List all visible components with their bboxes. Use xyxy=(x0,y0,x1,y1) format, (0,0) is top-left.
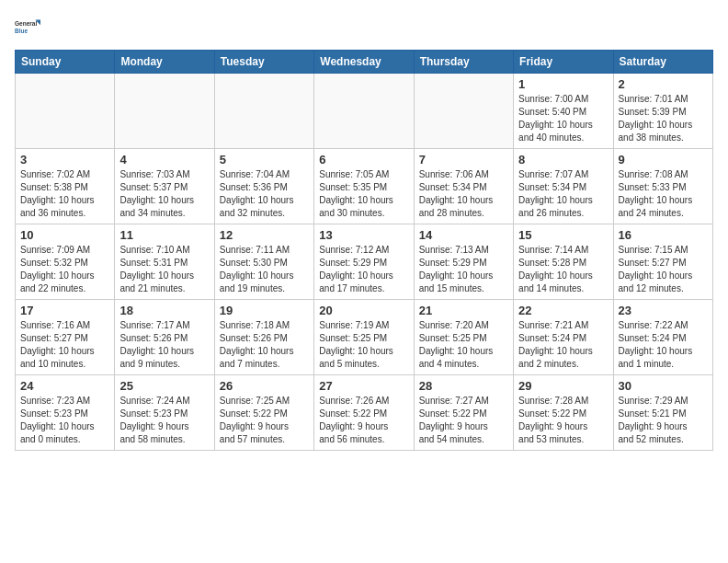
day-number: 25 xyxy=(119,379,209,393)
calendar-cell: 17Sunrise: 7:16 AM Sunset: 5:27 PM Dayli… xyxy=(16,300,115,375)
calendar-cell: 9Sunrise: 7:08 AM Sunset: 5:33 PM Daylig… xyxy=(613,149,712,224)
calendar-cell: 30Sunrise: 7:29 AM Sunset: 5:21 PM Dayli… xyxy=(613,375,712,451)
day-info: Sunrise: 7:06 AM Sunset: 5:34 PM Dayligh… xyxy=(419,168,508,220)
day-number: 22 xyxy=(518,304,608,317)
calendar-cell: 2Sunrise: 7:01 AM Sunset: 5:39 PM Daylig… xyxy=(613,74,712,149)
day-number: 28 xyxy=(419,379,508,393)
day-info: Sunrise: 7:09 AM Sunset: 5:32 PM Dayligh… xyxy=(20,244,109,295)
calendar-cell: 24Sunrise: 7:23 AM Sunset: 5:23 PM Dayli… xyxy=(16,375,115,451)
day-number: 30 xyxy=(619,379,708,393)
calendar-cell: 23Sunrise: 7:22 AM Sunset: 5:24 PM Dayli… xyxy=(613,300,712,375)
calendar-cell: 21Sunrise: 7:20 AM Sunset: 5:25 PM Dayli… xyxy=(414,300,513,375)
day-info: Sunrise: 7:28 AM Sunset: 5:22 PM Dayligh… xyxy=(518,395,608,446)
calendar-cell: 26Sunrise: 7:25 AM Sunset: 5:22 PM Dayli… xyxy=(214,375,313,451)
calendar-cell: 10Sunrise: 7:09 AM Sunset: 5:32 PM Dayli… xyxy=(16,224,115,300)
logo: GeneralBlue xyxy=(15,15,44,40)
calendar-header-tuesday: Tuesday xyxy=(214,51,313,74)
day-info: Sunrise: 7:18 AM Sunset: 5:26 PM Dayligh… xyxy=(220,319,309,371)
day-number: 14 xyxy=(419,228,508,242)
day-number: 10 xyxy=(20,228,109,242)
day-info: Sunrise: 7:29 AM Sunset: 5:21 PM Dayligh… xyxy=(619,395,708,446)
day-number: 23 xyxy=(619,304,708,317)
calendar-cell xyxy=(414,74,513,149)
day-info: Sunrise: 7:14 AM Sunset: 5:28 PM Dayligh… xyxy=(518,244,608,295)
day-info: Sunrise: 7:13 AM Sunset: 5:29 PM Dayligh… xyxy=(419,244,508,295)
day-number: 19 xyxy=(220,304,309,317)
calendar-cell: 11Sunrise: 7:10 AM Sunset: 5:31 PM Dayli… xyxy=(115,224,214,300)
day-info: Sunrise: 7:12 AM Sunset: 5:29 PM Dayligh… xyxy=(319,244,408,295)
day-info: Sunrise: 7:08 AM Sunset: 5:33 PM Dayligh… xyxy=(619,168,708,220)
day-info: Sunrise: 7:23 AM Sunset: 5:23 PM Dayligh… xyxy=(20,395,109,446)
calendar-cell: 14Sunrise: 7:13 AM Sunset: 5:29 PM Dayli… xyxy=(414,224,513,300)
calendar-cell xyxy=(115,74,214,149)
calendar-header-saturday: Saturday xyxy=(613,51,712,74)
day-info: Sunrise: 7:05 AM Sunset: 5:35 PM Dayligh… xyxy=(319,168,408,220)
calendar-cell: 7Sunrise: 7:06 AM Sunset: 5:34 PM Daylig… xyxy=(414,149,513,224)
day-info: Sunrise: 7:24 AM Sunset: 5:23 PM Dayligh… xyxy=(119,395,209,446)
calendar-cell xyxy=(16,74,115,149)
calendar-week-3: 10Sunrise: 7:09 AM Sunset: 5:32 PM Dayli… xyxy=(16,224,713,300)
day-info: Sunrise: 7:21 AM Sunset: 5:24 PM Dayligh… xyxy=(518,319,608,371)
calendar-week-4: 17Sunrise: 7:16 AM Sunset: 5:27 PM Dayli… xyxy=(16,300,713,375)
day-number: 16 xyxy=(619,228,708,242)
day-number: 3 xyxy=(20,153,109,167)
calendar-header-thursday: Thursday xyxy=(414,51,513,74)
calendar-cell: 16Sunrise: 7:15 AM Sunset: 5:27 PM Dayli… xyxy=(613,224,712,300)
day-info: Sunrise: 7:22 AM Sunset: 5:24 PM Dayligh… xyxy=(619,319,708,371)
day-number: 18 xyxy=(119,304,209,317)
day-info: Sunrise: 7:27 AM Sunset: 5:22 PM Dayligh… xyxy=(419,395,508,446)
day-info: Sunrise: 7:15 AM Sunset: 5:27 PM Dayligh… xyxy=(619,244,708,295)
day-number: 11 xyxy=(119,228,209,242)
day-info: Sunrise: 7:25 AM Sunset: 5:22 PM Dayligh… xyxy=(220,395,309,446)
calendar-cell: 4Sunrise: 7:03 AM Sunset: 5:37 PM Daylig… xyxy=(115,149,214,224)
page-header: GeneralBlue xyxy=(15,15,713,40)
day-info: Sunrise: 7:26 AM Sunset: 5:22 PM Dayligh… xyxy=(319,395,408,446)
day-info: Sunrise: 7:16 AM Sunset: 5:27 PM Dayligh… xyxy=(20,319,109,371)
day-number: 9 xyxy=(619,153,708,167)
day-number: 20 xyxy=(319,304,408,317)
day-info: Sunrise: 7:04 AM Sunset: 5:36 PM Dayligh… xyxy=(220,168,309,220)
calendar-cell: 3Sunrise: 7:02 AM Sunset: 5:38 PM Daylig… xyxy=(16,149,115,224)
calendar-cell xyxy=(214,74,313,149)
calendar-cell: 25Sunrise: 7:24 AM Sunset: 5:23 PM Dayli… xyxy=(115,375,214,451)
svg-text:General: General xyxy=(15,20,37,27)
day-number: 12 xyxy=(220,228,309,242)
day-number: 8 xyxy=(518,153,608,167)
calendar-header-friday: Friday xyxy=(514,51,613,74)
calendar-cell: 20Sunrise: 7:19 AM Sunset: 5:25 PM Dayli… xyxy=(314,300,414,375)
day-info: Sunrise: 7:01 AM Sunset: 5:39 PM Dayligh… xyxy=(619,93,708,144)
day-number: 29 xyxy=(518,379,608,393)
calendar-cell: 6Sunrise: 7:05 AM Sunset: 5:35 PM Daylig… xyxy=(314,149,414,224)
svg-text:Blue: Blue xyxy=(15,28,28,34)
day-info: Sunrise: 7:07 AM Sunset: 5:34 PM Dayligh… xyxy=(518,168,608,220)
day-info: Sunrise: 7:10 AM Sunset: 5:31 PM Dayligh… xyxy=(119,244,209,295)
day-number: 27 xyxy=(319,379,408,393)
day-info: Sunrise: 7:03 AM Sunset: 5:37 PM Dayligh… xyxy=(119,168,209,220)
day-info: Sunrise: 7:02 AM Sunset: 5:38 PM Dayligh… xyxy=(20,168,109,220)
day-info: Sunrise: 7:17 AM Sunset: 5:26 PM Dayligh… xyxy=(119,319,209,371)
day-number: 21 xyxy=(419,304,508,317)
calendar-table: SundayMondayTuesdayWednesdayThursdayFrid… xyxy=(15,50,713,451)
calendar-cell: 8Sunrise: 7:07 AM Sunset: 5:34 PM Daylig… xyxy=(514,149,613,224)
day-number: 4 xyxy=(119,153,209,167)
day-number: 26 xyxy=(220,379,309,393)
day-number: 6 xyxy=(319,153,408,167)
calendar-cell: 12Sunrise: 7:11 AM Sunset: 5:30 PM Dayli… xyxy=(214,224,313,300)
calendar-cell: 1Sunrise: 7:00 AM Sunset: 5:40 PM Daylig… xyxy=(514,74,613,149)
calendar-cell: 19Sunrise: 7:18 AM Sunset: 5:26 PM Dayli… xyxy=(214,300,313,375)
day-info: Sunrise: 7:11 AM Sunset: 5:30 PM Dayligh… xyxy=(220,244,309,295)
calendar-cell xyxy=(314,74,414,149)
day-number: 2 xyxy=(619,77,708,91)
calendar-cell: 13Sunrise: 7:12 AM Sunset: 5:29 PM Dayli… xyxy=(314,224,414,300)
day-number: 24 xyxy=(20,379,109,393)
calendar-cell: 27Sunrise: 7:26 AM Sunset: 5:22 PM Dayli… xyxy=(314,375,414,451)
calendar-cell: 22Sunrise: 7:21 AM Sunset: 5:24 PM Dayli… xyxy=(514,300,613,375)
calendar-header-sunday: Sunday xyxy=(16,51,115,74)
day-info: Sunrise: 7:19 AM Sunset: 5:25 PM Dayligh… xyxy=(319,319,408,371)
calendar-cell: 29Sunrise: 7:28 AM Sunset: 5:22 PM Dayli… xyxy=(514,375,613,451)
day-number: 15 xyxy=(518,228,608,242)
day-number: 7 xyxy=(419,153,508,167)
calendar-header-monday: Monday xyxy=(115,51,214,74)
calendar-cell: 15Sunrise: 7:14 AM Sunset: 5:28 PM Dayli… xyxy=(514,224,613,300)
logo-icon: GeneralBlue xyxy=(15,15,40,40)
